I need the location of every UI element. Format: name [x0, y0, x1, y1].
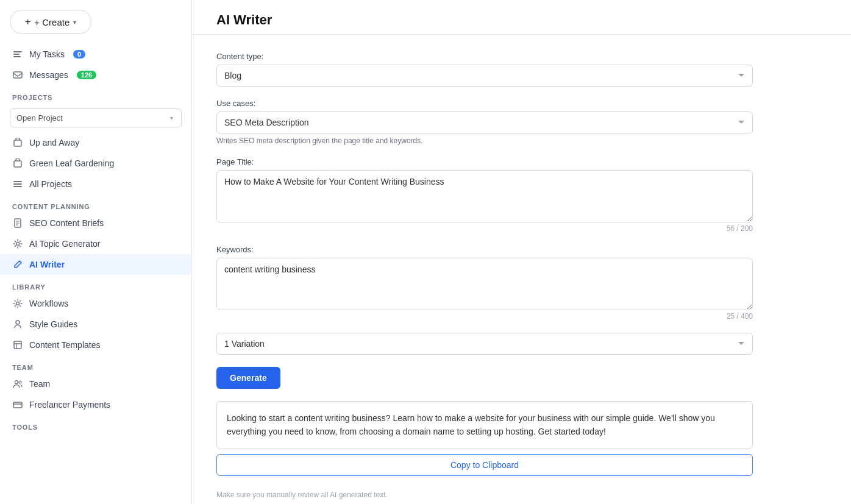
page-title: AI Writer [216, 12, 827, 28]
team-icon [12, 378, 23, 389]
sidebar-item-ai-topic-generator[interactable]: AI Topic Generator [0, 233, 191, 254]
svg-rect-7 [13, 183, 22, 185]
sidebar-item-my-tasks[interactable]: My Tasks 0 [0, 44, 191, 65]
box-icon-1 [12, 137, 23, 148]
my-tasks-label: My Tasks [29, 49, 65, 59]
sidebar-item-freelancer-payments[interactable]: Freelancer Payments [0, 394, 191, 415]
open-project-select[interactable]: Open Project [10, 108, 182, 127]
messages-badge: 126 [77, 71, 96, 79]
svg-rect-0 [13, 51, 22, 52]
sidebar-item-workflows[interactable]: Workflows [0, 293, 191, 314]
payment-icon [12, 399, 23, 410]
create-button[interactable]: + + Create ▾ [10, 10, 91, 34]
variation-select[interactable]: 1 Variation 2 Variations 3 Variations [216, 333, 753, 355]
tasks-icon [12, 49, 23, 60]
svg-rect-3 [13, 72, 22, 78]
svg-rect-4 [14, 140, 21, 146]
svg-rect-2 [13, 56, 21, 57]
keywords-char-count: 25 / 400 [216, 312, 753, 321]
main-content: AI Writer Content type: Blog Article Soc… [192, 0, 851, 504]
use-cases-select[interactable]: SEO Meta Description Blog Intro Blog Out… [216, 112, 753, 133]
up-and-away-label: Up and Away [29, 138, 79, 147]
use-case-description: Writes SEO meta description given the pa… [216, 137, 753, 145]
content-type-label: Content type: [216, 52, 753, 61]
content-type-select[interactable]: Blog Article Social Media Email [216, 65, 753, 87]
sidebar-item-ai-writer[interactable]: AI Writer [0, 254, 191, 275]
freelancer-payments-label: Freelancer Payments [29, 400, 110, 410]
svg-rect-1 [13, 54, 20, 55]
svg-rect-8 [13, 186, 22, 187]
team-section-label: TEAM [0, 355, 191, 374]
messages-label: Messages [29, 70, 68, 80]
ai-writer-label: AI Writer [29, 260, 65, 269]
all-projects-label: All Projects [29, 179, 72, 189]
page-title-textarea[interactable]: How to Make A Website for Your Content W… [216, 170, 753, 222]
sparkle-icon [12, 238, 23, 249]
mail-icon [12, 69, 23, 80]
page-title-field: Page Title: How to Make A Website for Yo… [216, 157, 753, 233]
projects-section-label: PROJECTS [0, 85, 191, 104]
tools-section-label: TOOLS [0, 415, 191, 433]
use-cases-label: Use cases: [216, 99, 753, 108]
style-icon [12, 319, 23, 330]
my-tasks-badge: 0 [73, 50, 85, 59]
template-icon [12, 339, 23, 350]
workflows-label: Workflows [29, 299, 68, 308]
keywords-field: Keywords: content writing business 25 / … [216, 245, 753, 321]
gear-icon [12, 298, 23, 309]
library-section-label: LIBRARY [0, 275, 191, 293]
generate-button-wrap: Generate [216, 367, 753, 389]
create-button-label: + Create [34, 17, 69, 27]
output-text: Looking to start a content writing busin… [216, 401, 753, 449]
document-icon [12, 218, 23, 229]
keywords-label: Keywords: [216, 245, 753, 254]
box-icon-2 [12, 158, 23, 169]
sidebar-item-all-projects[interactable]: All Projects [0, 174, 191, 194]
content-type-field: Content type: Blog Article Social Media … [216, 52, 753, 87]
sidebar-item-messages[interactable]: Messages 126 [0, 65, 191, 85]
style-guides-label: Style Guides [29, 319, 77, 329]
sidebar-item-style-guides[interactable]: Style Guides [0, 314, 191, 335]
svg-rect-13 [14, 341, 21, 349]
green-leaf-label: Green Leaf Gardening [29, 158, 114, 168]
plus-icon: + [25, 16, 30, 27]
output-section: Looking to start a content writing busin… [216, 401, 753, 476]
use-cases-field: Use cases: SEO Meta Description Blog Int… [216, 99, 753, 145]
content-templates-label: Content Templates [29, 340, 100, 350]
ai-topic-label: AI Topic Generator [29, 239, 100, 249]
sidebar: + + Create ▾ My Tasks 0 Messages 126 PRO… [0, 0, 192, 504]
content-planning-section-label: CONTENT PLANNING [0, 194, 191, 213]
page-title-label: Page Title: [216, 157, 753, 166]
svg-rect-16 [13, 402, 22, 408]
sidebar-item-green-leaf[interactable]: Green Leaf Gardening [0, 153, 191, 174]
main-body: Content type: Blog Article Social Media … [192, 35, 777, 504]
copy-to-clipboard-button[interactable]: Copy to Clipboard [216, 454, 753, 476]
disclaimer-text: Make sure you manually review all AI gen… [216, 491, 753, 499]
team-label: Team [29, 379, 50, 389]
sidebar-item-seo-briefs[interactable]: SEO Content Briefs [0, 213, 191, 233]
svg-point-11 [16, 302, 20, 305]
list-icon [12, 179, 23, 190]
sidebar-item-team[interactable]: Team [0, 374, 191, 394]
sidebar-item-up-and-away[interactable]: Up and Away [0, 132, 191, 153]
generate-button[interactable]: Generate [216, 367, 280, 389]
pen-icon [12, 259, 23, 270]
svg-point-12 [16, 321, 20, 324]
open-project-dropdown[interactable]: Open Project [10, 108, 182, 127]
seo-briefs-label: SEO Content Briefs [29, 218, 104, 228]
svg-point-15 [19, 381, 21, 383]
page-title-char-count: 56 / 200 [216, 224, 753, 233]
svg-rect-6 [13, 181, 22, 182]
svg-rect-5 [14, 161, 21, 167]
variation-field: 1 Variation 2 Variations 3 Variations [216, 333, 753, 355]
page-header: AI Writer [192, 0, 851, 35]
sidebar-item-content-templates[interactable]: Content Templates [0, 335, 191, 355]
keywords-textarea[interactable]: content writing business [216, 258, 753, 310]
chevron-down-icon: ▾ [73, 19, 76, 26]
svg-point-14 [15, 381, 18, 384]
svg-point-10 [16, 243, 20, 246]
